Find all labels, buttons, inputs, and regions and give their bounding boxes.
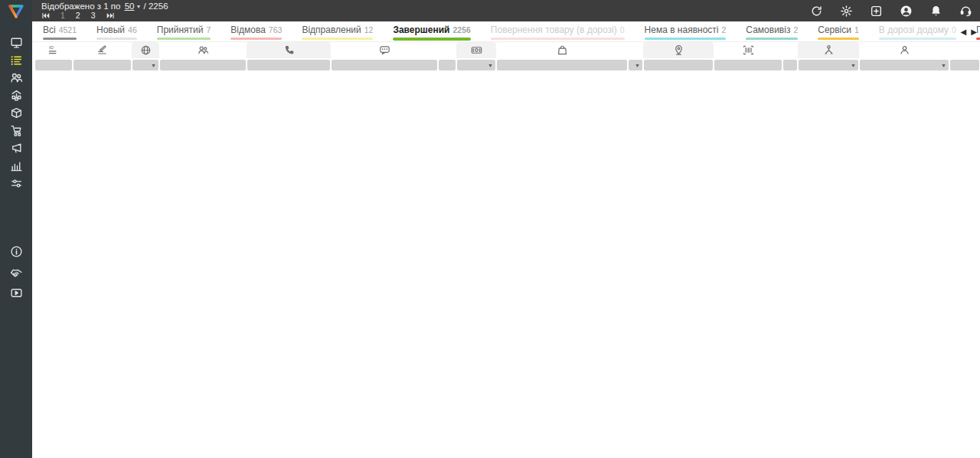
topbar: Відображено з 1 по 50▼ / 2256 123 <box>32 0 980 21</box>
tab-count: 1 <box>854 25 859 35</box>
filter-manager[interactable]: ▼ <box>860 60 949 70</box>
filter-city[interactable] <box>644 60 713 70</box>
filter-ttn-status[interactable] <box>783 60 797 70</box>
sidebar-item-clients[interactable] <box>0 69 32 87</box>
filter-client[interactable] <box>160 60 246 70</box>
money-icon <box>471 44 482 56</box>
notifications-icon[interactable] <box>929 5 942 18</box>
support-icon[interactable] <box>959 5 972 18</box>
tab-сервіси[interactable]: Сервіси1 <box>818 25 859 40</box>
column-header-phone[interactable] <box>247 42 331 58</box>
filter-status[interactable] <box>74 60 131 70</box>
sidebar-item-partners[interactable] <box>0 262 32 283</box>
filter-date[interactable] <box>950 60 979 70</box>
sidebar <box>0 0 32 458</box>
refresh-icon[interactable] <box>810 5 823 18</box>
tab-count: 2256 <box>453 25 471 35</box>
page-number-3[interactable]: 3 <box>91 11 96 20</box>
tab-завершений[interactable]: Завершений2256 <box>393 25 470 41</box>
column-header-delivery[interactable] <box>628 43 643 58</box>
id-icon: ID <box>48 44 60 56</box>
page-number-1[interactable]: 1 <box>60 11 65 20</box>
sidebar-item-products[interactable] <box>0 104 32 122</box>
tab-відмова[interactable]: Відмова763 <box>230 25 282 40</box>
tab-відправлений[interactable]: Відправлений12 <box>302 25 373 40</box>
tab-label: Самовивіз <box>746 25 790 35</box>
package-icon <box>10 106 23 119</box>
column-header-ttn-status[interactable] <box>782 43 798 58</box>
tab-новый[interactable]: Новый46 <box>96 25 137 40</box>
filter-fulfillment[interactable]: ▼ <box>799 60 858 70</box>
page-size-dropdown[interactable]: 50 <box>125 2 135 11</box>
route-icon <box>823 44 835 56</box>
video-icon <box>10 286 23 299</box>
filter-dropdown-icon[interactable]: ▼ <box>488 63 495 68</box>
last-page-icon[interactable] <box>106 12 115 19</box>
tab-прийнятий[interactable]: Прийнятий7 <box>157 25 211 40</box>
tab-самовивіз[interactable]: Самовивіз2 <box>746 25 798 40</box>
account-icon[interactable] <box>900 5 913 18</box>
tab-underline <box>976 38 980 40</box>
filter-payment[interactable] <box>439 60 456 70</box>
tab-в-дорозі-додому[interactable]: В дорозі додому0 <box>879 25 956 40</box>
tab-underline <box>393 38 470 41</box>
filter-dropdown-icon[interactable]: ▼ <box>151 63 158 68</box>
column-header-price[interactable] <box>456 42 496 58</box>
settings-icon[interactable] <box>840 5 853 18</box>
sidebar-item-statistics[interactable] <box>0 157 32 175</box>
tab-всі[interactable]: Всі4521 <box>43 25 77 40</box>
sidebar-item-dashboard[interactable] <box>0 34 32 51</box>
stats-icon <box>10 159 23 172</box>
filter-price[interactable]: ▼ <box>457 60 495 70</box>
filter-comment[interactable] <box>332 60 437 70</box>
sidebar-item-purchases[interactable] <box>0 122 32 139</box>
filter-country[interactable]: ▼ <box>132 60 158 70</box>
sidebar-item-company[interactable] <box>0 87 32 104</box>
column-header-client[interactable] <box>159 43 247 58</box>
tab-underline <box>96 38 137 40</box>
column-header-date[interactable] <box>949 43 980 58</box>
tab-count: 2 <box>793 25 798 35</box>
filter-dropdown-icon[interactable]: ▼ <box>941 63 949 68</box>
sidebar-item-settings[interactable] <box>0 175 32 192</box>
sidebar-item-video-tutorials[interactable] <box>0 283 32 303</box>
filter-id[interactable] <box>35 60 72 70</box>
column-header-id[interactable]: ID <box>34 43 73 58</box>
tab-count: 46 <box>128 25 137 35</box>
tab-label: Відмова <box>230 25 266 35</box>
tab-нема-в-наявності[interactable]: Нема в наявності2 <box>645 25 727 40</box>
tab-count: 12 <box>364 25 374 35</box>
column-header-country[interactable] <box>132 42 159 58</box>
column-header-manager[interactable] <box>859 43 949 58</box>
column-header-status[interactable] <box>73 43 132 58</box>
filter-ttn[interactable] <box>714 60 782 70</box>
filter-dropdown-icon[interactable]: ▼ <box>851 63 858 68</box>
column-header-city[interactable] <box>643 42 714 58</box>
sidebar-item-marketing[interactable] <box>0 139 32 157</box>
column-header-comment[interactable] <box>331 43 438 58</box>
tab-underline <box>491 38 625 40</box>
filter-delivery[interactable]: ▼ <box>629 60 642 70</box>
tab-underline <box>746 38 798 40</box>
tab-повернення-товару-в-дорозі-[interactable]: Повернення товару (в дорозі)0 <box>491 25 625 40</box>
topbar-icons <box>810 0 975 21</box>
sidebar-item-orders[interactable] <box>0 51 32 69</box>
orders-list-icon <box>10 54 23 67</box>
tab-scroll-right-icon[interactable]: ▶ <box>971 28 977 36</box>
column-header-product[interactable] <box>496 43 628 58</box>
column-header-payment[interactable] <box>438 43 456 58</box>
sidebar-item-info[interactable] <box>0 241 32 262</box>
tab-label: Повернення товару (в дорозі) <box>491 25 617 35</box>
filter-product[interactable] <box>497 60 627 70</box>
filter-dropdown-icon[interactable]: ▼ <box>635 63 642 68</box>
orders-table: ID ▼▼▼▼▼ <box>34 42 980 72</box>
app-logo-icon[interactable] <box>0 0 32 23</box>
page-number-2[interactable]: 2 <box>76 11 80 20</box>
column-header-ttn[interactable] <box>714 43 782 58</box>
filter-phone[interactable] <box>247 60 330 70</box>
first-page-icon[interactable] <box>41 12 50 19</box>
tab-scroll-left-icon[interactable]: ◀ <box>961 28 967 36</box>
chevron-down-icon[interactable]: ▼ <box>136 4 141 9</box>
add-window-icon[interactable] <box>870 5 883 18</box>
column-header-fulfillment[interactable] <box>798 42 859 58</box>
